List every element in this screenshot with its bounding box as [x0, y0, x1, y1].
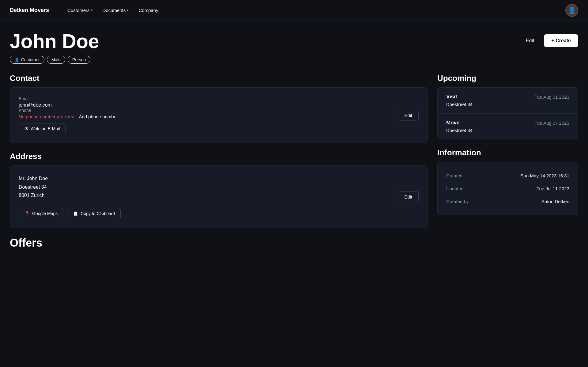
- info-row-created: Created Sun May 14 2023 16:31: [446, 169, 569, 182]
- badge-person-label: Person: [72, 57, 86, 62]
- phone-field-group: Phone No phone number provided. Add phon…: [19, 108, 419, 119]
- info-created-by-value: Anton Detken: [541, 199, 569, 204]
- write-email-button[interactable]: ✉ Write an E-Mail: [19, 123, 66, 134]
- information-card: Created Sun May 14 2023 16:31 Updated Tu…: [437, 162, 578, 215]
- info-created-by-label: Created by: [446, 199, 469, 204]
- header-actions: Edit + Create: [521, 34, 578, 47]
- chevron-down-icon: ▾: [127, 8, 129, 12]
- right-column: Upcoming Visit Tue Aug 01 2023 Doestreet…: [437, 74, 578, 249]
- main-layout: Contact Email john@doe.com Phone No phon…: [10, 74, 578, 249]
- email-icon: ✉: [24, 126, 28, 131]
- chevron-down-icon: ▾: [91, 8, 93, 12]
- badges-row: 👤 Customer Male Person: [10, 56, 578, 64]
- clipboard-icon: 📋: [73, 211, 78, 216]
- address-street: Doestreet 34: [19, 183, 391, 191]
- nav-documents-label: Documents: [103, 8, 126, 13]
- info-row-created-by: Created by Anton Detken: [446, 195, 569, 208]
- page-header: John Doe Edit + Create: [10, 31, 578, 52]
- phone-status: No phone number provided. Add phone numb…: [19, 114, 118, 119]
- email-value: john@doe.com: [19, 102, 419, 108]
- upcoming-move-address: Doestreet 34: [446, 128, 569, 133]
- nav-company-label: Company: [138, 8, 158, 13]
- navbar: Detken Movers Customers ▾ Documents ▾ Co…: [0, 0, 588, 21]
- no-phone-text: No phone number provided.: [19, 114, 76, 119]
- map-icon: 📍: [24, 211, 30, 216]
- left-column: Contact Email john@doe.com Phone No phon…: [10, 74, 428, 249]
- address-section-title: Address: [10, 152, 428, 161]
- nav-links: Customers ▾ Documents ▾ Company: [64, 5, 565, 15]
- upcoming-item-visit: Visit Tue Aug 01 2023 Doestreet 34: [438, 88, 578, 113]
- upcoming-move-type: Move: [446, 120, 459, 126]
- upcoming-section-title: Upcoming: [437, 74, 578, 83]
- address-card: Mr. John Doe Doestreet 34 8001 Zurich Ed…: [10, 165, 428, 228]
- contact-edit-button[interactable]: Edit: [398, 110, 419, 121]
- create-button[interactable]: + Create: [544, 34, 578, 47]
- phone-label: Phone: [19, 108, 118, 113]
- upcoming-visit-date: Tue Aug 01 2023: [534, 94, 569, 100]
- page-title: John Doe: [10, 31, 99, 52]
- badge-customer: 👤 Customer: [10, 56, 44, 64]
- nav-documents[interactable]: Documents ▾: [99, 5, 133, 15]
- info-created-value: Sun May 14 2023 16:31: [521, 173, 569, 178]
- brand-logo: Detken Movers: [10, 7, 49, 13]
- info-created-label: Created: [446, 173, 462, 178]
- nav-company[interactable]: Company: [135, 5, 162, 15]
- badge-person: Person: [68, 56, 90, 64]
- page-content: John Doe Edit + Create 👤 Customer Male P…: [0, 21, 588, 264]
- address-city: 8001 Zurich: [19, 191, 391, 199]
- avatar-image: 👤: [568, 6, 576, 14]
- address-edit-button[interactable]: Edit: [398, 191, 419, 202]
- badge-male-label: Male: [51, 57, 61, 62]
- information-section-title: Information: [437, 148, 578, 157]
- edit-button[interactable]: Edit: [521, 35, 539, 47]
- info-updated-label: Updated: [446, 186, 464, 191]
- badge-male: Male: [47, 56, 65, 64]
- write-email-label: Write an E-Mail: [31, 126, 60, 131]
- address-info: Mr. John Doe Doestreet 34 8001 Zurich: [19, 174, 419, 199]
- nav-customers-label: Customers: [67, 8, 90, 13]
- upcoming-visit-type: Visit: [446, 94, 457, 100]
- upcoming-move-row: Move Tue Aug 07 2023: [446, 120, 569, 126]
- user-avatar[interactable]: 👤: [565, 4, 578, 17]
- google-maps-label: Google Maps: [32, 211, 58, 216]
- nav-customers[interactable]: Customers ▾: [64, 5, 96, 15]
- badge-customer-label: Customer: [21, 57, 40, 62]
- person-icon: 👤: [14, 58, 19, 62]
- add-phone-link[interactable]: Add phone number: [79, 114, 118, 119]
- upcoming-item-move: Move Tue Aug 07 2023 Doestreet 34: [438, 114, 578, 139]
- upcoming-visit-row: Visit Tue Aug 01 2023: [446, 94, 569, 100]
- info-updated-value: Tue Jul 11 2023: [537, 186, 569, 191]
- copy-clipboard-button[interactable]: 📋 Copy to Clipboard: [67, 208, 121, 219]
- upcoming-visit-address: Doestreet 34: [446, 102, 569, 107]
- email-field-group: Email john@doe.com: [19, 96, 419, 108]
- copy-clipboard-label: Copy to Clipboard: [81, 211, 115, 216]
- email-label: Email: [19, 96, 419, 101]
- upcoming-card: Visit Tue Aug 01 2023 Doestreet 34 Move …: [437, 87, 578, 139]
- contact-section-title: Contact: [10, 74, 428, 83]
- upcoming-move-date: Tue Aug 07 2023: [534, 120, 569, 126]
- info-row-updated: Updated Tue Jul 11 2023: [446, 182, 569, 195]
- google-maps-button[interactable]: 📍 Google Maps: [19, 208, 63, 219]
- contact-card: Email john@doe.com Phone No phone number…: [10, 87, 428, 143]
- address-buttons: 📍 Google Maps 📋 Copy to Clipboard: [19, 204, 419, 219]
- offers-section-title: Offers: [10, 236, 428, 249]
- phone-info: Phone No phone number provided. Add phon…: [19, 108, 118, 119]
- address-name: Mr. John Doe: [19, 174, 391, 183]
